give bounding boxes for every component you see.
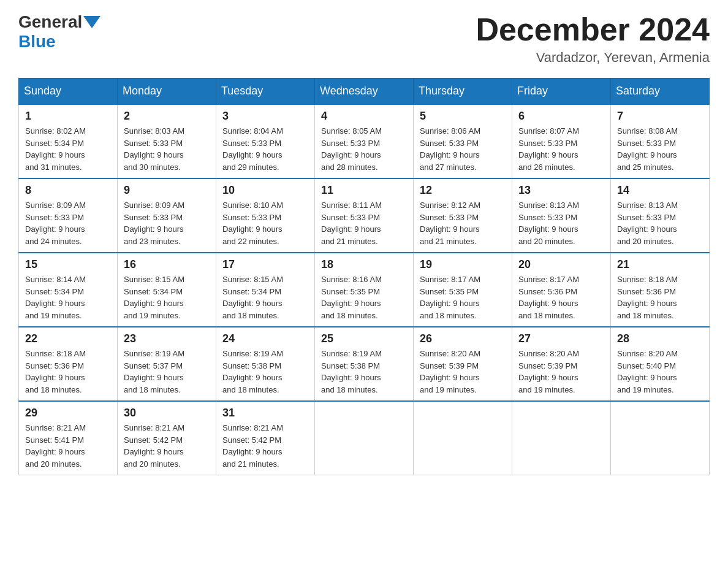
day-info: Sunrise: 8:03 AMSunset: 5:33 PMDaylight:… xyxy=(124,125,210,173)
day-number: 30 xyxy=(124,407,210,419)
calendar-cell: 30Sunrise: 8:21 AMSunset: 5:42 PMDayligh… xyxy=(118,401,216,475)
day-number: 14 xyxy=(617,184,703,197)
calendar-cell: 12Sunrise: 8:12 AMSunset: 5:33 PMDayligh… xyxy=(414,178,512,253)
day-number: 16 xyxy=(124,258,210,271)
day-number: 23 xyxy=(124,332,210,345)
calendar-cell: 10Sunrise: 8:10 AMSunset: 5:33 PMDayligh… xyxy=(216,178,315,253)
logo-triangle-icon xyxy=(83,16,100,28)
day-number: 13 xyxy=(518,184,604,197)
calendar-cell: 22Sunrise: 8:18 AMSunset: 5:36 PMDayligh… xyxy=(19,327,118,401)
day-number: 31 xyxy=(222,407,308,419)
calendar-cell: 31Sunrise: 8:21 AMSunset: 5:42 PMDayligh… xyxy=(216,401,315,475)
day-info: Sunrise: 8:20 AMSunset: 5:39 PMDaylight:… xyxy=(518,348,604,396)
calendar-table: SundayMondayTuesdayWednesdayThursdayFrid… xyxy=(18,78,710,475)
day-number: 24 xyxy=(222,332,308,345)
calendar-cell: 5Sunrise: 8:06 AMSunset: 5:33 PMDaylight… xyxy=(414,104,512,178)
day-number: 25 xyxy=(321,332,407,345)
calendar-cell: 1Sunrise: 8:02 AMSunset: 5:34 PMDaylight… xyxy=(19,104,118,178)
day-header-sunday: Sunday xyxy=(19,79,118,105)
day-header-tuesday: Tuesday xyxy=(216,79,315,105)
day-info: Sunrise: 8:06 AMSunset: 5:33 PMDaylight:… xyxy=(420,125,506,173)
calendar-cell: 6Sunrise: 8:07 AMSunset: 5:33 PMDaylight… xyxy=(512,104,611,178)
day-header-monday: Monday xyxy=(118,79,216,105)
day-info: Sunrise: 8:16 AMSunset: 5:35 PMDaylight:… xyxy=(321,274,407,321)
calendar-cell: 16Sunrise: 8:15 AMSunset: 5:34 PMDayligh… xyxy=(118,253,216,327)
day-number: 19 xyxy=(420,258,506,271)
day-info: Sunrise: 8:19 AMSunset: 5:37 PMDaylight:… xyxy=(124,348,210,396)
day-info: Sunrise: 8:15 AMSunset: 5:34 PMDaylight:… xyxy=(124,274,210,321)
title-section: December 2024 Vardadzor, Yerevan, Armeni… xyxy=(476,12,710,66)
logo: General Blue xyxy=(18,12,102,52)
calendar-cell: 14Sunrise: 8:13 AMSunset: 5:33 PMDayligh… xyxy=(611,178,710,253)
calendar-cell: 21Sunrise: 8:18 AMSunset: 5:36 PMDayligh… xyxy=(611,253,710,327)
day-number: 6 xyxy=(518,110,604,123)
week-row-4: 22Sunrise: 8:18 AMSunset: 5:36 PMDayligh… xyxy=(19,327,710,401)
day-info: Sunrise: 8:09 AMSunset: 5:33 PMDaylight:… xyxy=(124,199,210,247)
calendar-cell: 18Sunrise: 8:16 AMSunset: 5:35 PMDayligh… xyxy=(315,253,414,327)
week-row-1: 1Sunrise: 8:02 AMSunset: 5:34 PMDaylight… xyxy=(19,104,710,178)
calendar-cell xyxy=(512,401,611,475)
calendar-cell: 23Sunrise: 8:19 AMSunset: 5:37 PMDayligh… xyxy=(118,327,216,401)
day-number: 10 xyxy=(222,184,308,197)
day-header-friday: Friday xyxy=(512,79,611,105)
calendar-cell: 28Sunrise: 8:20 AMSunset: 5:40 PMDayligh… xyxy=(611,327,710,401)
day-info: Sunrise: 8:04 AMSunset: 5:33 PMDaylight:… xyxy=(222,125,308,173)
week-row-3: 15Sunrise: 8:14 AMSunset: 5:34 PMDayligh… xyxy=(19,253,710,327)
day-info: Sunrise: 8:21 AMSunset: 5:42 PMDaylight:… xyxy=(124,422,210,470)
day-number: 9 xyxy=(124,184,210,197)
day-number: 2 xyxy=(124,110,210,123)
calendar-cell: 19Sunrise: 8:17 AMSunset: 5:35 PMDayligh… xyxy=(414,253,512,327)
day-info: Sunrise: 8:19 AMSunset: 5:38 PMDaylight:… xyxy=(222,348,308,396)
calendar-cell: 17Sunrise: 8:15 AMSunset: 5:34 PMDayligh… xyxy=(216,253,315,327)
day-info: Sunrise: 8:18 AMSunset: 5:36 PMDaylight:… xyxy=(25,348,111,396)
day-number: 21 xyxy=(617,258,703,271)
calendar-cell: 24Sunrise: 8:19 AMSunset: 5:38 PMDayligh… xyxy=(216,327,315,401)
day-number: 27 xyxy=(518,332,604,345)
calendar-cell: 29Sunrise: 8:21 AMSunset: 5:41 PMDayligh… xyxy=(19,401,118,475)
calendar-cell xyxy=(611,401,710,475)
calendar-cell xyxy=(315,401,414,475)
day-info: Sunrise: 8:17 AMSunset: 5:36 PMDaylight:… xyxy=(518,274,604,321)
day-number: 20 xyxy=(518,258,604,271)
day-number: 4 xyxy=(321,110,407,123)
calendar-cell: 15Sunrise: 8:14 AMSunset: 5:34 PMDayligh… xyxy=(19,253,118,327)
calendar-cell: 2Sunrise: 8:03 AMSunset: 5:33 PMDaylight… xyxy=(118,104,216,178)
day-info: Sunrise: 8:20 AMSunset: 5:40 PMDaylight:… xyxy=(617,348,703,396)
logo-blue-text: Blue xyxy=(18,32,56,51)
calendar-cell: 13Sunrise: 8:13 AMSunset: 5:33 PMDayligh… xyxy=(512,178,611,253)
calendar-cell: 25Sunrise: 8:19 AMSunset: 5:38 PMDayligh… xyxy=(315,327,414,401)
day-number: 29 xyxy=(25,407,111,419)
calendar-header-row: SundayMondayTuesdayWednesdayThursdayFrid… xyxy=(19,79,710,105)
day-info: Sunrise: 8:12 AMSunset: 5:33 PMDaylight:… xyxy=(420,199,506,247)
calendar-cell: 8Sunrise: 8:09 AMSunset: 5:33 PMDaylight… xyxy=(19,178,118,253)
calendar-cell xyxy=(414,401,512,475)
calendar-cell: 27Sunrise: 8:20 AMSunset: 5:39 PMDayligh… xyxy=(512,327,611,401)
day-info: Sunrise: 8:14 AMSunset: 5:34 PMDaylight:… xyxy=(25,274,111,321)
day-info: Sunrise: 8:13 AMSunset: 5:33 PMDaylight:… xyxy=(617,199,703,247)
day-number: 5 xyxy=(420,110,506,123)
page-header: General Blue December 2024 Vardadzor, Ye… xyxy=(18,12,710,66)
month-title: December 2024 xyxy=(476,12,710,47)
day-number: 11 xyxy=(321,184,407,197)
calendar-cell: 3Sunrise: 8:04 AMSunset: 5:33 PMDaylight… xyxy=(216,104,315,178)
day-info: Sunrise: 8:20 AMSunset: 5:39 PMDaylight:… xyxy=(420,348,506,396)
day-info: Sunrise: 8:11 AMSunset: 5:33 PMDaylight:… xyxy=(321,199,407,247)
day-number: 26 xyxy=(420,332,506,345)
day-info: Sunrise: 8:10 AMSunset: 5:33 PMDaylight:… xyxy=(222,199,308,247)
day-number: 1 xyxy=(25,110,111,123)
day-number: 8 xyxy=(25,184,111,197)
day-number: 3 xyxy=(222,110,308,123)
day-info: Sunrise: 8:21 AMSunset: 5:42 PMDaylight:… xyxy=(222,422,308,470)
day-info: Sunrise: 8:19 AMSunset: 5:38 PMDaylight:… xyxy=(321,348,407,396)
day-info: Sunrise: 8:08 AMSunset: 5:33 PMDaylight:… xyxy=(617,125,703,173)
day-header-wednesday: Wednesday xyxy=(315,79,414,105)
calendar-cell: 4Sunrise: 8:05 AMSunset: 5:33 PMDaylight… xyxy=(315,104,414,178)
calendar-cell: 7Sunrise: 8:08 AMSunset: 5:33 PMDaylight… xyxy=(611,104,710,178)
day-number: 12 xyxy=(420,184,506,197)
calendar-cell: 20Sunrise: 8:17 AMSunset: 5:36 PMDayligh… xyxy=(512,253,611,327)
day-number: 17 xyxy=(222,258,308,271)
day-number: 22 xyxy=(25,332,111,345)
day-number: 18 xyxy=(321,258,407,271)
day-info: Sunrise: 8:09 AMSunset: 5:33 PMDaylight:… xyxy=(25,199,111,247)
day-number: 7 xyxy=(617,110,703,123)
